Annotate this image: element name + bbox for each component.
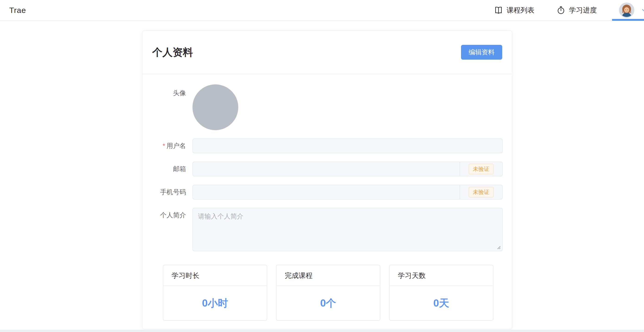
book-icon <box>494 6 503 14</box>
nav-item-courses[interactable]: 课程列表 <box>494 5 534 15</box>
bio-label: 个人简介 <box>153 208 192 251</box>
stat-label: 学习时长 <box>163 265 267 286</box>
stats-row: 学习时长 0小时 完成课程 0个 学习天数 0天 <box>163 265 494 321</box>
phone-input-group: 未验证 <box>192 185 503 200</box>
active-tab-indicator <box>612 19 644 21</box>
nav-item-label: 学习进度 <box>569 5 597 15</box>
stat-card-study-days: 学习天数 0天 <box>389 265 494 321</box>
nav-item-progress[interactable]: 学习进度 <box>556 5 597 15</box>
nav-item-label: 课程列表 <box>506 5 534 15</box>
edit-profile-button[interactable]: 编辑资料 <box>461 45 502 60</box>
username-label: *用户名 <box>153 138 192 153</box>
email-unverified-badge: 未验证 <box>469 164 494 174</box>
phone-input[interactable] <box>193 185 460 199</box>
required-asterisk: * <box>162 142 165 149</box>
page-title: 个人资料 <box>152 45 193 59</box>
form-row-avatar: 头像 <box>153 84 503 130</box>
email-label: 邮箱 <box>153 162 192 176</box>
stat-card-study-hours: 学习时长 0小时 <box>163 265 267 321</box>
form-row-bio: 个人简介 <box>153 208 503 251</box>
profile-card-header: 个人资料 编辑资料 <box>142 31 512 74</box>
email-input[interactable] <box>193 162 460 176</box>
chevron-down-icon[interactable] <box>641 7 644 13</box>
avatar-placeholder[interactable] <box>192 84 238 130</box>
form-row-email: 邮箱 未验证 <box>153 162 503 176</box>
brand-logo[interactable]: Trae <box>9 6 26 15</box>
avatar-label: 头像 <box>153 84 192 130</box>
stat-label: 完成课程 <box>276 265 380 286</box>
phone-label: 手机号码 <box>153 185 192 200</box>
username-input[interactable] <box>192 138 503 153</box>
page-bottom-strip <box>0 330 644 332</box>
form-row-phone: 手机号码 未验证 <box>153 185 503 200</box>
navbar-menu: 课程列表 学习进度 <box>494 2 644 18</box>
phone-append: 未验证 <box>460 185 502 199</box>
email-append: 未验证 <box>460 162 502 176</box>
user-avatar[interactable] <box>619 2 634 18</box>
stat-value: 0小时 <box>163 286 267 320</box>
stat-card-completed-courses: 完成课程 0个 <box>276 265 380 321</box>
stat-label: 学习天数 <box>390 265 493 286</box>
email-input-group: 未验证 <box>192 162 503 176</box>
form-row-username: *用户名 <box>153 138 503 153</box>
profile-form: 头像 *用户名 邮箱 未验证 手机号码 <box>142 74 512 321</box>
stat-value: 0个 <box>276 286 380 320</box>
avatar-image <box>619 2 634 18</box>
phone-unverified-badge: 未验证 <box>469 187 494 197</box>
timer-icon <box>556 6 565 14</box>
bio-textarea[interactable] <box>192 208 503 251</box>
top-navbar: Trae 课程列表 学习进度 <box>0 0 644 21</box>
profile-card: 个人资料 编辑资料 头像 *用户名 邮箱 未验证 <box>142 30 512 329</box>
stat-value: 0天 <box>390 286 493 320</box>
